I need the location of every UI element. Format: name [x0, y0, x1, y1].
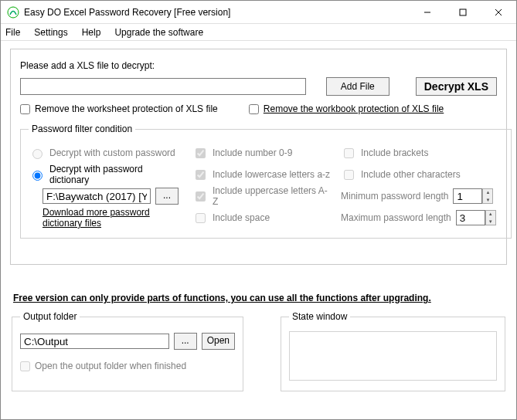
dictionary-browse-button[interactable]: ...: [155, 188, 179, 205]
min-length-stepper[interactable]: ▲▼: [482, 188, 493, 204]
max-length-stepper[interactable]: ▲▼: [485, 210, 496, 225]
output-path-input[interactable]: [20, 334, 169, 349]
svg-point-0: [8, 7, 19, 18]
dictionary-path-input[interactable]: [43, 188, 151, 204]
remove-worksheet-label: Remove the worksheet protection of XLS f…: [35, 103, 218, 114]
remove-workbook-checkbox[interactable]: Remove the workbook protection of XLS fi…: [249, 103, 444, 114]
max-length-label: Maximum password length: [341, 212, 451, 223]
output-legend: Output folder: [20, 311, 80, 322]
dictionary-radio[interactable]: Decrypt with password dictionary: [29, 164, 183, 185]
menu-file[interactable]: File: [5, 27, 20, 38]
add-file-label: Please add a XLS file to decrypt:: [20, 60, 497, 71]
max-length-input[interactable]: [456, 210, 485, 225]
menu-upgrade[interactable]: Upgrade the software: [114, 27, 203, 38]
menu-help[interactable]: Help: [82, 27, 101, 38]
download-dictionary-link[interactable]: Download more password dictionary files: [43, 207, 183, 229]
min-length-input[interactable]: [453, 188, 482, 204]
custom-password-radio: Decrypt with custom password: [29, 147, 183, 159]
menu-settings[interactable]: Settings: [34, 27, 67, 38]
include-lowercase-checkbox: Include lowercase letters a-z: [192, 168, 332, 182]
filter-legend: Password filter condition: [29, 124, 135, 134]
include-numbers-checkbox: Include number 0-9: [192, 146, 332, 161]
file-input[interactable]: [20, 78, 306, 95]
state-legend: State window: [289, 311, 350, 322]
include-uppercase-checkbox: Include uppercase letters A-Z: [192, 185, 332, 207]
decrypt-button[interactable]: Decrypt XLS: [416, 77, 497, 96]
include-space-checkbox: Include space: [192, 211, 332, 225]
minimize-button[interactable]: [410, 1, 445, 24]
upgrade-notice: Free version can only provide parts of f…: [13, 293, 507, 303]
add-file-button[interactable]: Add File: [326, 77, 389, 96]
maximize-button[interactable]: [445, 1, 481, 24]
title-text: Easy DO Excel Password Recovery [Free ve…: [24, 7, 410, 18]
app-icon: [7, 6, 19, 19]
open-when-finished-checkbox: Open the output folder when finished: [20, 361, 235, 371]
close-button[interactable]: [481, 1, 516, 24]
remove-workbook-label: Remove the workbook protection of XLS fi…: [264, 103, 444, 114]
state-window[interactable]: [289, 331, 497, 381]
min-length-label: Minimum password length: [341, 191, 448, 202]
include-brackets-checkbox: Include brackets: [341, 146, 503, 161]
svg-rect-2: [460, 9, 466, 15]
output-open-button[interactable]: Open: [202, 333, 235, 350]
output-browse-button[interactable]: ...: [174, 333, 197, 350]
remove-worksheet-checkbox[interactable]: Remove the worksheet protection of XLS f…: [20, 103, 218, 114]
include-other-checkbox: Include other characters: [341, 168, 503, 182]
